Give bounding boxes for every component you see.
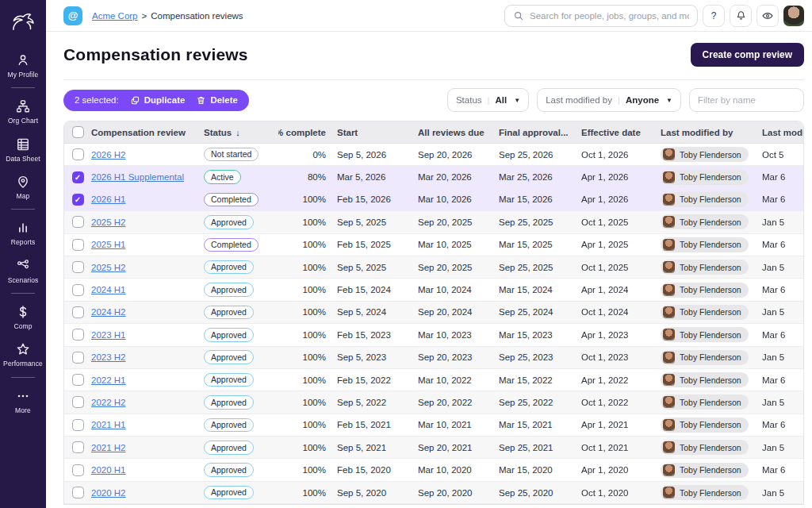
topbar: @ Acme Corp > Compensation reviews ? <box>46 0 812 32</box>
col-final-approval[interactable]: Final approval... <box>499 128 581 137</box>
review-link[interactable]: 2026 H1 Supplemental <box>91 172 184 182</box>
review-link[interactable]: 2025 H2 <box>91 263 125 272</box>
col-compensation-review[interactable]: Compensation review <box>91 128 204 137</box>
row-checkbox[interactable] <box>72 464 84 476</box>
global-search[interactable] <box>504 5 698 27</box>
row-checkbox[interactable] <box>72 261 84 273</box>
review-link[interactable]: 2026 H1 <box>91 194 125 204</box>
row-checkbox[interactable]: ✓ <box>72 194 84 206</box>
search-input[interactable] <box>530 11 689 21</box>
review-link[interactable]: 2026 H2 <box>91 150 125 160</box>
effective-date: Oct 1, 2023 <box>581 352 661 362</box>
sidebar-item-org-chart[interactable]: Org Chart <box>0 92 46 129</box>
review-link[interactable]: 2021 H2 <box>91 443 125 452</box>
last-modified-by-chip[interactable]: Toby Flenderson <box>661 372 749 387</box>
create-comp-review-button[interactable]: Create comp review <box>691 43 804 67</box>
effective-date: Apr 1, 2020 <box>581 465 661 475</box>
review-link[interactable]: 2020 H1 <box>91 465 125 475</box>
person-avatar <box>663 329 675 341</box>
last-modified-by-chip[interactable]: Toby Flenderson <box>661 283 749 298</box>
col-pct-complete[interactable]: % complete <box>278 128 337 137</box>
status-filter[interactable]: Status | All ▼ <box>447 88 529 112</box>
table-row: ✓ 2026 H1 Completed 100% Feb 15, 2026 Ma… <box>64 189 803 211</box>
row-checkbox[interactable] <box>72 419 84 431</box>
row-checkbox[interactable] <box>72 487 84 498</box>
last-modified-by-chip[interactable]: Toby Flenderson <box>661 147 749 162</box>
start-date: Mar 5, 2026 <box>337 172 418 182</box>
last-modified-by-chip[interactable]: Toby Flenderson <box>661 237 749 252</box>
sidebar-item-performance[interactable]: Performance <box>0 335 46 372</box>
chevron-down-icon: ▼ <box>666 97 672 104</box>
profile-icon <box>14 52 32 69</box>
col-status[interactable]: Status ↓ <box>204 128 278 137</box>
duplicate-button[interactable]: Duplicate <box>130 95 186 106</box>
visibility-button[interactable] <box>756 5 779 27</box>
last-modified-by-chip[interactable]: Toby Flenderson <box>661 418 749 433</box>
review-link[interactable]: 2025 H2 <box>91 217 125 227</box>
row-checkbox[interactable] <box>72 329 84 341</box>
row-checkbox[interactable] <box>72 374 84 386</box>
review-link[interactable]: 2025 H1 <box>91 240 125 249</box>
row-checkbox[interactable] <box>72 396 84 408</box>
sidebar-item-data-sheet[interactable]: Data Sheet <box>0 130 46 167</box>
row-checkbox[interactable] <box>72 441 84 453</box>
selection-bar: 2 selected: Duplicate Delete <box>63 90 249 111</box>
col-last-modified[interactable]: Last modified <box>762 128 804 137</box>
last-modified-by-chip[interactable]: Toby Flenderson <box>661 394 749 410</box>
last-modified-by-chip[interactable]: Toby Flenderson <box>661 350 749 365</box>
last-modified-by-chip[interactable]: Toby Flenderson <box>661 305 749 320</box>
user-avatar[interactable] <box>783 6 804 26</box>
select-all-checkbox[interactable] <box>72 126 84 138</box>
final-approval-date: Sep 25, 2023 <box>499 352 581 362</box>
last-modified-filter[interactable]: Last modified by | Anyone ▼ <box>537 88 681 112</box>
row-checkbox[interactable] <box>72 148 84 160</box>
sidebar-item-reports[interactable]: Reports <box>0 214 46 251</box>
effective-date: Oct 1, 2026 <box>581 150 661 160</box>
review-link[interactable]: 2021 H1 <box>91 420 125 429</box>
person-avatar <box>663 239 675 251</box>
col-all-reviews-due[interactable]: All reviews due <box>418 128 499 137</box>
review-link[interactable]: 2022 H1 <box>91 375 125 385</box>
row-checkbox[interactable] <box>72 239 84 251</box>
col-start[interactable]: Start <box>337 128 418 137</box>
sidebar-item-my-profile[interactable]: My Profile <box>0 46 46 83</box>
col-last-modified-by[interactable]: Last modified by <box>661 128 762 137</box>
review-link[interactable]: 2022 H2 <box>91 398 125 407</box>
sidebar-item-more[interactable]: More <box>0 382 46 419</box>
effective-date: Oct 1, 2025 <box>581 217 661 227</box>
review-link[interactable]: 2024 H1 <box>91 285 125 294</box>
all-reviews-due-date: Sep 20, 2022 <box>418 398 499 407</box>
delete-button[interactable]: Delete <box>196 95 238 106</box>
all-reviews-due-date: Sep 20, 2021 <box>418 443 499 452</box>
person-avatar <box>663 419 675 431</box>
row-checkbox[interactable] <box>72 352 84 364</box>
sidebar-item-label: Performance <box>3 360 43 368</box>
col-effective-date[interactable]: Effective date <box>581 128 661 137</box>
last-modified-by-chip[interactable]: Toby Flenderson <box>661 214 749 229</box>
row-checkbox[interactable]: ✓ <box>72 171 84 183</box>
sidebar-item-comp[interactable]: Comp <box>0 298 46 335</box>
name-filter-input[interactable] <box>689 88 804 112</box>
last-modified-by-chip[interactable]: Toby Flenderson <box>661 327 749 342</box>
help-button[interactable]: ? <box>703 5 725 27</box>
review-link[interactable]: 2020 H2 <box>91 488 125 498</box>
last-modified-by-chip[interactable]: Toby Flenderson <box>661 463 749 478</box>
row-checkbox[interactable] <box>72 306 84 318</box>
sidebar-item-scenarios[interactable]: Scenarios <box>0 252 46 289</box>
last-modified-by-chip[interactable]: Toby Flenderson <box>661 192 749 207</box>
app-icon[interactable]: @ <box>63 6 82 25</box>
sidebar-item-map[interactable]: Map <box>0 167 46 205</box>
last-modified-by-chip[interactable]: Toby Flenderson <box>661 260 749 275</box>
last-modified-by-chip[interactable]: Toby Flenderson <box>661 170 749 185</box>
row-checkbox[interactable] <box>72 216 84 228</box>
effective-date: Oct 1, 2025 <box>581 263 661 272</box>
last-modified-value: Jan 5 <box>762 307 804 317</box>
notifications-button[interactable] <box>730 5 752 27</box>
review-link[interactable]: 2023 H2 <box>91 352 125 362</box>
breadcrumb-root-link[interactable]: Acme Corp <box>92 11 138 21</box>
row-checkbox[interactable] <box>72 284 84 296</box>
last-modified-by-chip[interactable]: Toby Flenderson <box>661 440 749 455</box>
review-link[interactable]: 2023 H1 <box>91 330 125 340</box>
last-modified-by-chip[interactable]: Toby Flenderson <box>661 485 749 500</box>
review-link[interactable]: 2024 H2 <box>91 307 125 317</box>
